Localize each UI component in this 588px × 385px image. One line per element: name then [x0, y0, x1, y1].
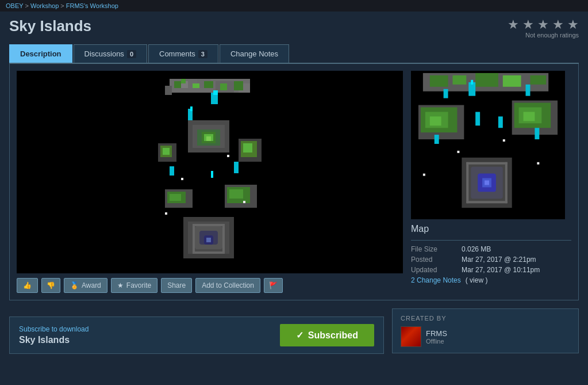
svg-rect-8 [181, 79, 186, 83]
updated-key: Updated [411, 266, 457, 274]
action-bar: 👍 👎 🏅 Award ★ Favorite Share Add to Coll… [17, 278, 403, 293]
svg-rect-2 [165, 86, 172, 95]
star-3: ★ [536, 17, 549, 30]
svg-rect-74 [535, 128, 539, 139]
updated-row: Updated Mar 27, 2017 @ 10:11pm [411, 266, 571, 274]
award-icon: 🏅 [70, 281, 79, 289]
svg-rect-49 [181, 178, 183, 180]
tab-discussions[interactable]: Discussions 0 [74, 44, 147, 63]
svg-rect-51 [165, 212, 167, 215]
info-divider [411, 240, 571, 241]
avatar-image [401, 326, 421, 347]
bottom-area: Subscribe to download Sky Islands ✓ Subs… [9, 308, 579, 354]
author-info: FRMS Offline [426, 329, 447, 345]
subscribe-left: Subscribe to download Sky Islands [19, 325, 89, 345]
svg-rect-48 [227, 155, 229, 157]
svg-rect-31 [211, 171, 213, 178]
author-status: Offline [426, 338, 447, 345]
svg-rect-11 [234, 81, 243, 90]
star-rating: ★ ★ ★ ★ ★ [506, 17, 579, 30]
svg-rect-70 [524, 112, 535, 121]
svg-rect-55 [452, 75, 466, 85]
svg-rect-43 [206, 238, 211, 242]
svg-rect-86 [457, 151, 459, 153]
created-by-label: CREATED BY [401, 315, 570, 322]
author-name[interactable]: FRMS [426, 329, 447, 338]
checkmark-icon: ✓ [296, 330, 303, 341]
svg-rect-58 [530, 75, 546, 85]
svg-rect-44 [193, 224, 195, 251]
posted-key: Posted [411, 256, 457, 264]
svg-rect-57 [503, 75, 521, 87]
svg-rect-80 [485, 181, 489, 185]
subscribe-button[interactable]: ✓ Subscribed [280, 324, 374, 346]
award-button[interactable]: 🏅 Award [64, 278, 107, 293]
breadcrumb-workshop[interactable]: Workshop [30, 2, 59, 9]
svg-rect-81 [466, 162, 468, 203]
tab-comments[interactable]: Comments 3 [148, 44, 218, 63]
svg-rect-85 [503, 139, 505, 142]
favorite-button[interactable]: ★ Favorite [111, 278, 157, 293]
add-collection-button[interactable]: Add to Collection [195, 278, 260, 293]
svg-rect-30 [234, 162, 239, 173]
thumbs-up-button[interactable]: 👍 [17, 278, 38, 293]
discussions-badge: 0 [127, 50, 136, 58]
star-5: ★ [566, 17, 579, 30]
comments-badge: 3 [198, 50, 207, 58]
svg-rect-16 [190, 106, 193, 111]
svg-rect-14 [213, 90, 218, 95]
svg-rect-9 [204, 81, 213, 88]
main-map-image [147, 74, 273, 270]
file-size-key: File Size [411, 245, 457, 253]
svg-rect-73 [435, 135, 439, 144]
svg-rect-10 [220, 83, 227, 90]
svg-rect-66 [430, 116, 441, 125]
author-avatar[interactable] [401, 326, 421, 347]
subscribe-item-name: Sky Islands [19, 335, 89, 345]
subscribe-to-label[interactable]: Subscribe to download [19, 325, 89, 333]
svg-rect-50 [243, 201, 245, 203]
svg-rect-71 [475, 112, 480, 125]
flag-icon: 🚩 [269, 281, 278, 289]
left-column: 👍 👎 🏅 Award ★ Favorite Share Add to Coll… [17, 71, 403, 293]
thumbnail-image[interactable] [411, 71, 565, 219]
tab-bar: Description Discussions 0 Comments 3 Cha… [9, 44, 579, 64]
flag-button[interactable]: 🚩 [264, 278, 283, 293]
page-title: Sky Islands [9, 17, 91, 35]
subscribe-section: Subscribe to download Sky Islands ✓ Subs… [9, 317, 384, 354]
svg-rect-47 [193, 251, 225, 254]
svg-rect-61 [444, 89, 448, 98]
created-by-section: CREATED BY FRMS Offline [392, 308, 579, 353]
item-label: Map [411, 224, 571, 234]
svg-rect-83 [466, 162, 507, 165]
thumbnail-map-svg [411, 71, 565, 219]
svg-rect-72 [498, 116, 503, 128]
file-size-val: 0.026 MB [462, 245, 491, 253]
svg-rect-12 [193, 83, 199, 88]
breadcrumb-obey[interactable]: OBEY [6, 2, 24, 9]
svg-rect-84 [466, 201, 507, 203]
svg-rect-34 [170, 194, 181, 201]
main-image[interactable] [17, 71, 403, 273]
right-column: Map File Size 0.026 MB Posted Mar 27, 20… [411, 71, 571, 293]
share-button[interactable]: Share [161, 278, 192, 293]
tab-description[interactable]: Description [9, 44, 72, 63]
author-row: FRMS Offline [401, 326, 570, 347]
thumbs-down-button[interactable]: 👎 [41, 278, 60, 293]
change-notes-link[interactable]: 2 Change Notes [411, 276, 461, 284]
svg-rect-37 [229, 189, 243, 199]
svg-rect-29 [170, 166, 174, 176]
svg-rect-45 [222, 224, 225, 251]
star-icon: ★ [117, 281, 124, 289]
breadcrumb-frms-workshop[interactable]: FRMS's Workshop [66, 2, 118, 9]
updated-val: Mar 27, 2017 @ 10:11pm [462, 266, 540, 274]
star-1: ★ [506, 17, 519, 30]
svg-rect-60 [471, 80, 473, 85]
tab-change-notes[interactable]: Change Notes [220, 44, 289, 63]
breadcrumb: OBEY > Workshop > FRMS's Workshop [0, 0, 588, 12]
posted-row: Posted Mar 27, 2017 @ 2:21pm [411, 256, 571, 264]
change-notes-row: 2 Change Notes ( view ) [411, 276, 571, 284]
rating-area: ★ ★ ★ ★ ★ Not enough ratings [506, 17, 579, 39]
svg-rect-28 [243, 143, 252, 153]
svg-rect-22 [206, 136, 211, 141]
